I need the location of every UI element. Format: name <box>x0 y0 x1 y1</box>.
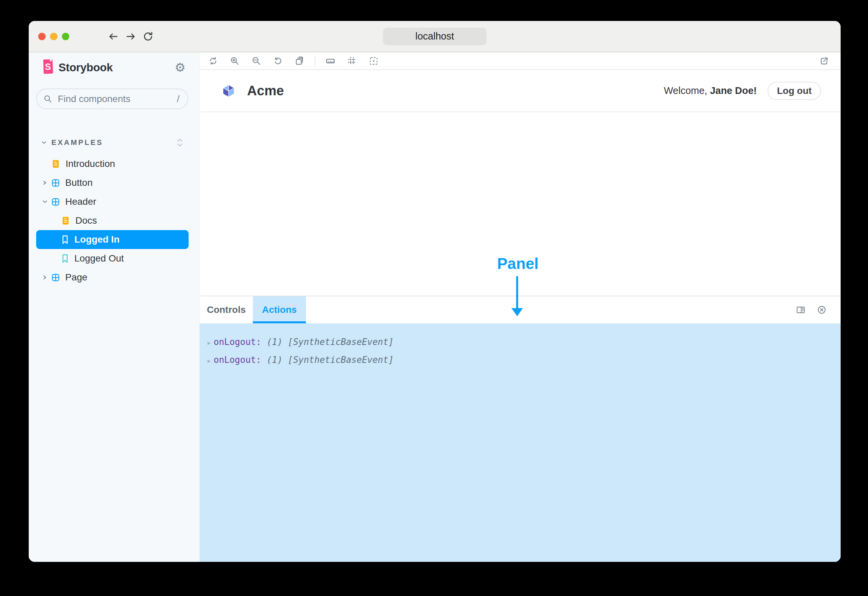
open-canvas-new-tab-icon[interactable] <box>820 56 829 66</box>
log-out-button[interactable]: Log out <box>768 82 821 100</box>
brand-row: S Storybook ⚙ <box>29 60 199 75</box>
reset-zoom-icon[interactable] <box>273 56 283 66</box>
sidebar-item-docs[interactable]: Docs <box>36 211 189 230</box>
user-name: Jane Doe! <box>710 85 757 96</box>
reload-icon[interactable] <box>143 31 154 42</box>
chevron-down-icon <box>42 199 48 204</box>
expand-triangle-icon: ▸ <box>208 335 214 351</box>
zoom-out-icon[interactable] <box>252 56 261 66</box>
grid-icon[interactable] <box>347 56 357 66</box>
section-header-examples[interactable]: EXAMPLES <box>29 137 199 149</box>
sidebar-item-logged-in[interactable]: Logged In <box>36 230 189 249</box>
outline-icon[interactable] <box>369 56 378 66</box>
bookmark-icon <box>62 235 69 244</box>
doc-icon <box>62 216 69 225</box>
doc-icon <box>52 159 60 168</box>
acme-title: Acme <box>247 83 284 98</box>
search-shortcut: / <box>177 94 180 105</box>
acme-cube-logo-icon <box>221 83 236 99</box>
zoom-in-icon[interactable] <box>230 56 239 66</box>
panel-tabbar: Controls Actions <box>200 296 841 323</box>
section-title: EXAMPLES <box>52 138 103 147</box>
storybook-app: S Storybook ⚙ / E <box>29 52 841 562</box>
component-tree: Introduction Button <box>29 154 199 287</box>
search-box[interactable]: / <box>36 89 188 109</box>
action-log-entry[interactable]: ▸ onLogout: (1) [SyntheticBaseEvent] <box>208 333 841 351</box>
change-orientation-icon[interactable] <box>796 305 806 314</box>
sidebar-item-page[interactable]: Page <box>36 268 189 287</box>
storybook-logo-icon: S <box>41 59 54 74</box>
canvas-toolbar <box>200 52 841 70</box>
acme-header: Acme Welcome,Jane Doe! Log out <box>200 70 841 112</box>
measure-ruler-icon[interactable] <box>326 56 335 66</box>
chevron-down-icon <box>41 140 47 145</box>
component-icon <box>52 274 59 282</box>
actions-log: ▸ onLogout: (1) [SyntheticBaseEvent] ▸ o… <box>200 323 841 562</box>
bookmark-icon <box>62 254 69 263</box>
search-input[interactable] <box>57 93 177 105</box>
close-window-button[interactable] <box>38 33 46 40</box>
close-panel-icon[interactable] <box>817 305 827 314</box>
sidebar-item-introduction[interactable]: Introduction <box>36 154 189 173</box>
chevron-right-icon <box>42 180 48 186</box>
screenshot-stage: localhost S Storybook ⚙ <box>0 0 868 596</box>
tab-controls[interactable]: Controls <box>200 296 253 323</box>
toolbar-divider <box>315 56 315 66</box>
back-icon[interactable] <box>108 31 119 42</box>
forward-icon[interactable] <box>125 31 137 42</box>
browser-nav <box>108 21 154 52</box>
address-bar[interactable]: localhost <box>383 28 486 45</box>
component-icon <box>52 198 59 206</box>
sidebar: S Storybook ⚙ / E <box>29 52 199 562</box>
browser-titlebar: localhost <box>29 21 841 52</box>
addon-panel: Controls Actions <box>200 296 841 562</box>
welcome-text: Welcome,Jane Doe! <box>664 85 757 96</box>
collapse-expand-icon[interactable] <box>176 137 183 148</box>
expand-triangle-icon: ▸ <box>208 353 214 369</box>
svg-text:S: S <box>45 62 51 72</box>
brand-name: Storybook <box>59 61 112 74</box>
chevron-right-icon <box>42 275 48 280</box>
traffic-lights <box>38 21 69 52</box>
backgrounds-icon[interactable] <box>295 56 304 66</box>
sidebar-item-header[interactable]: Header <box>36 192 189 211</box>
sidebar-item-logged-out[interactable]: Logged Out <box>36 249 189 268</box>
canvas-column: Acme Welcome,Jane Doe! Log out Controls <box>199 52 841 562</box>
minimize-window-button[interactable] <box>50 33 58 40</box>
sidebar-item-button[interactable]: Button <box>36 173 189 192</box>
search-icon <box>44 94 52 103</box>
browser-window: localhost S Storybook ⚙ <box>29 21 841 562</box>
component-icon <box>52 179 59 187</box>
remount-sync-icon[interactable] <box>208 56 218 66</box>
settings-gear-icon[interactable]: ⚙ <box>175 62 186 74</box>
url-text: localhost <box>415 31 454 42</box>
action-log-entry[interactable]: ▸ onLogout: (1) [SyntheticBaseEvent] <box>208 351 841 369</box>
story-preview: Acme Welcome,Jane Doe! Log out <box>200 70 841 296</box>
tab-actions[interactable]: Actions <box>253 296 306 323</box>
zoom-window-button[interactable] <box>62 33 69 40</box>
